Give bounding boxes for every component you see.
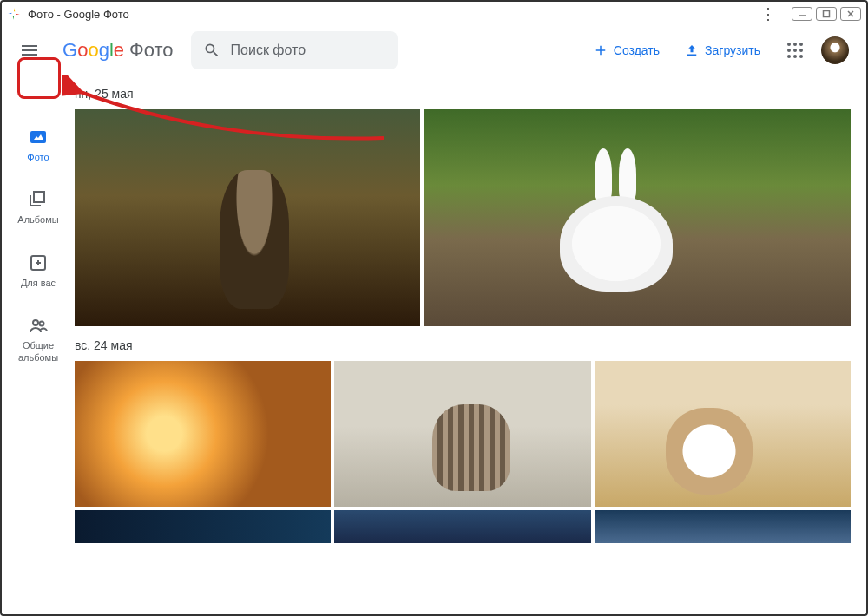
for-you-icon xyxy=(28,252,49,273)
sidebar-item-photos[interactable]: Фото xyxy=(27,127,49,163)
window-title: Фото - Google Фото xyxy=(28,8,129,21)
app-header: Google Фото Поиск фото Создать Загрузить xyxy=(2,26,866,75)
photo-thumbnail[interactable] xyxy=(75,510,331,543)
date-header[interactable]: вс, 24 мая xyxy=(75,338,851,352)
svg-point-0 xyxy=(12,12,16,16)
window-titlebar: Фото - Google Фото ⋮ xyxy=(2,2,866,26)
photo-thumbnail[interactable] xyxy=(334,510,590,543)
maximize-button[interactable] xyxy=(816,7,837,21)
search-placeholder: Поиск фото xyxy=(231,43,306,58)
svg-rect-14 xyxy=(30,131,46,143)
window-more-icon[interactable]: ⋮ xyxy=(753,4,783,23)
upload-button[interactable]: Загрузить xyxy=(672,43,773,58)
photo-thumbnail[interactable] xyxy=(595,361,851,507)
svg-point-6 xyxy=(793,43,797,46)
svg-point-5 xyxy=(787,43,791,46)
svg-point-11 xyxy=(787,55,791,58)
shared-icon xyxy=(28,315,49,336)
svg-point-9 xyxy=(793,49,797,52)
menu-button[interactable] xyxy=(12,33,47,68)
sidebar-item-shared[interactable]: Общие альбомы xyxy=(2,315,75,364)
window-controls xyxy=(792,7,861,21)
upload-icon xyxy=(684,43,700,58)
svg-point-7 xyxy=(799,43,803,46)
photo-thumbnail[interactable] xyxy=(334,361,590,507)
close-button[interactable] xyxy=(840,7,861,21)
plus-icon xyxy=(593,43,608,58)
svg-point-13 xyxy=(799,55,803,58)
account-avatar[interactable] xyxy=(821,36,849,64)
photo-thumbnail[interactable] xyxy=(595,510,851,543)
photo-thumbnail[interactable] xyxy=(424,109,851,326)
photo-icon xyxy=(28,127,49,147)
logo-product: Фото xyxy=(129,39,174,62)
albums-icon xyxy=(28,189,49,210)
apps-launcher-icon[interactable] xyxy=(785,40,806,61)
svg-point-17 xyxy=(40,321,44,325)
sidebar-item-albums[interactable]: Альбомы xyxy=(17,189,58,226)
svg-point-12 xyxy=(793,55,797,58)
photo-grid: пн, 25 мая вс, 24 мая xyxy=(75,75,866,614)
svg-point-8 xyxy=(787,49,791,52)
svg-point-10 xyxy=(799,49,803,52)
create-button[interactable]: Создать xyxy=(581,43,672,58)
google-photos-logo[interactable]: Google Фото xyxy=(62,39,174,62)
sidebar-nav: Фото Альбомы Для вас Общие альбомы xyxy=(2,75,75,614)
photo-thumbnail[interactable] xyxy=(75,109,420,326)
search-input[interactable]: Поиск фото xyxy=(191,31,398,69)
svg-rect-2 xyxy=(824,11,830,17)
svg-point-16 xyxy=(33,320,38,325)
search-icon xyxy=(203,42,220,59)
app-favicon xyxy=(7,7,21,21)
sidebar-item-for-you[interactable]: Для вас xyxy=(21,252,56,289)
photo-thumbnail[interactable] xyxy=(75,361,331,507)
minimize-button[interactable] xyxy=(792,7,812,21)
date-header[interactable]: пн, 25 мая xyxy=(75,87,851,101)
